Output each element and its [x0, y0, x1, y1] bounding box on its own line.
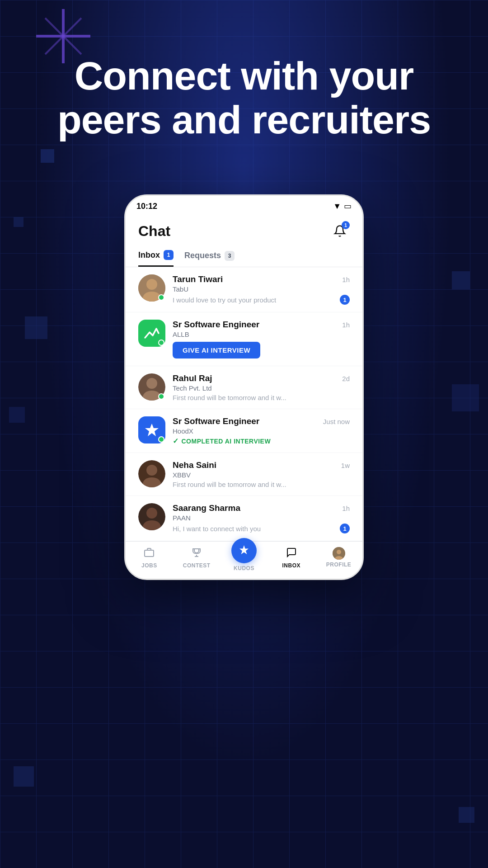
decoration-square-4 — [9, 407, 25, 423]
person-icon — [333, 547, 345, 560]
chat-sub-tarun: TabU — [173, 285, 350, 293]
chat-preview-saarang: Hi, I want to connect with you — [173, 525, 340, 533]
chat-time-neha: 1w — [341, 462, 350, 469]
battery-icon: ▭ — [344, 201, 352, 211]
kudos-center-button[interactable] — [231, 538, 257, 563]
chat-item-hoodx[interactable]: Sr Software Engineer Just now HoodX ✓ CO… — [126, 409, 362, 453]
tab-inbox[interactable]: Inbox 1 — [138, 245, 174, 267]
decoration-square-6 — [452, 384, 479, 411]
chat-time-saarang: 1h — [342, 505, 350, 512]
status-bar: 10:12 ▼ ▭ — [126, 196, 362, 214]
chat-time-tarun: 1h — [342, 276, 350, 283]
svg-rect-17 — [145, 550, 154, 557]
chat-item-rahul[interactable]: Rahul Raj 2d Tech Pvt. Ltd First round w… — [126, 366, 362, 409]
wifi-icon: ▼ — [333, 202, 341, 211]
unread-badge-saarang: 1 — [340, 524, 350, 533]
unread-badge-tarun: 1 — [340, 295, 350, 305]
avatar-saarang — [138, 503, 165, 530]
chat-info-neha: Neha Saini 1w XBBV First round will be t… — [173, 460, 350, 488]
chat-tabs: Inbox 1 Requests 3 — [126, 245, 362, 267]
inbox-badge: 1 — [164, 250, 174, 260]
chat-list: Tarun Tiwari 1h TabU I would love to try… — [126, 267, 362, 541]
chat-info-rahul: Rahul Raj 2d Tech Pvt. Ltd First round w… — [173, 373, 350, 401]
decoration-square-1 — [41, 149, 54, 163]
decoration-square-7 — [14, 766, 34, 787]
chat-preview-tarun: I would love to try out your product — [173, 296, 340, 304]
chat-time-allb: 1h — [342, 321, 350, 329]
requests-badge: 3 — [225, 251, 235, 261]
avatar-wrap-saarang — [138, 503, 165, 530]
svg-point-15 — [146, 508, 157, 519]
chat-item-saarang[interactable]: Saarang Sharma 1h PAAN Hi, I want to con… — [126, 496, 362, 541]
headline-text: Connect with your peers and recruiters — [27, 54, 461, 142]
notification-button[interactable]: 1 — [330, 221, 350, 241]
chat-name-rahul: Rahul Raj — [173, 373, 212, 383]
nav-kudos-label: KUDOS — [234, 565, 254, 571]
chat-info-tarun: Tarun Tiwari 1h TabU I would love to try… — [173, 274, 350, 305]
chat-sub-hoodx: HoodX — [173, 427, 350, 435]
svg-point-19 — [337, 550, 341, 554]
chat-name-hoodx: Sr Software Engineer — [173, 416, 259, 426]
chat-time-rahul: 2d — [342, 375, 350, 382]
trophy-icon — [191, 547, 202, 561]
status-time: 10:12 — [136, 202, 157, 211]
chat-item-tarun[interactable]: Tarun Tiwari 1h TabU I would love to try… — [126, 267, 362, 312]
chat-name-neha: Neha Saini — [173, 460, 216, 470]
nav-jobs-label: JOBS — [141, 562, 157, 569]
phone-mockup: 10:12 ▼ ▭ Chat 1 Inbox 1 — [124, 194, 364, 580]
nav-profile[interactable]: PROFILE — [315, 547, 362, 571]
svg-marker-10 — [145, 424, 159, 436]
avatar-wrap-allb — [138, 320, 165, 347]
online-dot-hoodx — [158, 436, 164, 443]
nav-profile-label: PROFILE — [326, 561, 352, 568]
nav-inbox[interactable]: INBOX — [267, 547, 315, 571]
nav-kudos[interactable]: KUDOS — [221, 547, 268, 571]
online-dot-tarun — [158, 294, 164, 301]
chat-sub-rahul: Tech Pvt. Ltd — [173, 384, 350, 392]
avatar-wrap-tarun — [138, 274, 165, 302]
phone-screen: 10:12 ▼ ▭ Chat 1 Inbox 1 — [124, 194, 364, 580]
chat-name-allb: Sr Software Engineer — [173, 320, 259, 330]
chat-item-allb[interactable]: Sr Software Engineer 1h ALLB GIVE AI INT… — [126, 312, 362, 366]
avatar-wrap-rahul — [138, 373, 165, 401]
chat-sub-saarang: PAAN — [173, 514, 350, 522]
check-icon: ✓ — [173, 437, 179, 445]
nav-contest[interactable]: CONTEST — [173, 547, 221, 571]
svg-point-8 — [146, 378, 157, 389]
headline: Connect with your peers and recruiters — [0, 54, 488, 142]
nav-jobs[interactable]: JOBS — [126, 547, 173, 571]
online-dot-allb — [158, 340, 164, 346]
chat-time-hoodx: Just now — [323, 418, 350, 425]
chat-sub-neha: XBBV — [173, 471, 350, 479]
tab-requests[interactable]: Requests 3 — [184, 245, 235, 267]
chat-info-allb: Sr Software Engineer 1h ALLB GIVE AI INT… — [173, 320, 350, 359]
decoration-square-3 — [25, 316, 47, 339]
decoration-square-8 — [459, 807, 474, 823]
notification-badge: 1 — [342, 221, 350, 229]
chat-icon — [286, 547, 297, 561]
chat-header: Chat 1 — [126, 214, 362, 245]
nav-inbox-label: INBOX — [282, 562, 301, 569]
chat-info-saarang: Saarang Sharma 1h PAAN Hi, I want to con… — [173, 503, 350, 533]
avatar-wrap-hoodx — [138, 416, 165, 443]
bottom-nav: JOBS CONTEST — [126, 541, 362, 579]
svg-point-5 — [146, 279, 157, 290]
chat-preview-rahul: First round will be tomorrow and it w... — [173, 394, 350, 401]
chat-sub-allb: ALLB — [173, 330, 350, 338]
chat-info-hoodx: Sr Software Engineer Just now HoodX ✓ CO… — [173, 416, 350, 445]
give-ai-interview-button[interactable]: GIVE AI INTERVIEW — [173, 342, 260, 359]
chat-item-neha[interactable]: Neha Saini 1w XBBV First round will be t… — [126, 453, 362, 496]
chat-preview-neha: First round will be tomorrow and it w... — [173, 481, 350, 488]
avatar-neha — [138, 460, 165, 487]
completed-ai-status: ✓ COMPLETED AI INTERVIEW — [173, 437, 350, 445]
chat-title: Chat — [138, 223, 170, 240]
nav-contest-label: CONTEST — [183, 562, 211, 569]
svg-point-12 — [146, 465, 157, 476]
status-icons: ▼ ▭ — [333, 201, 352, 211]
chat-name-tarun: Tarun Tiwari — [173, 274, 223, 284]
avatar-wrap-neha — [138, 460, 165, 487]
chat-name-saarang: Saarang Sharma — [173, 503, 240, 513]
online-dot-rahul — [158, 393, 164, 400]
briefcase-icon — [144, 547, 155, 561]
decoration-square-2 — [14, 217, 23, 227]
